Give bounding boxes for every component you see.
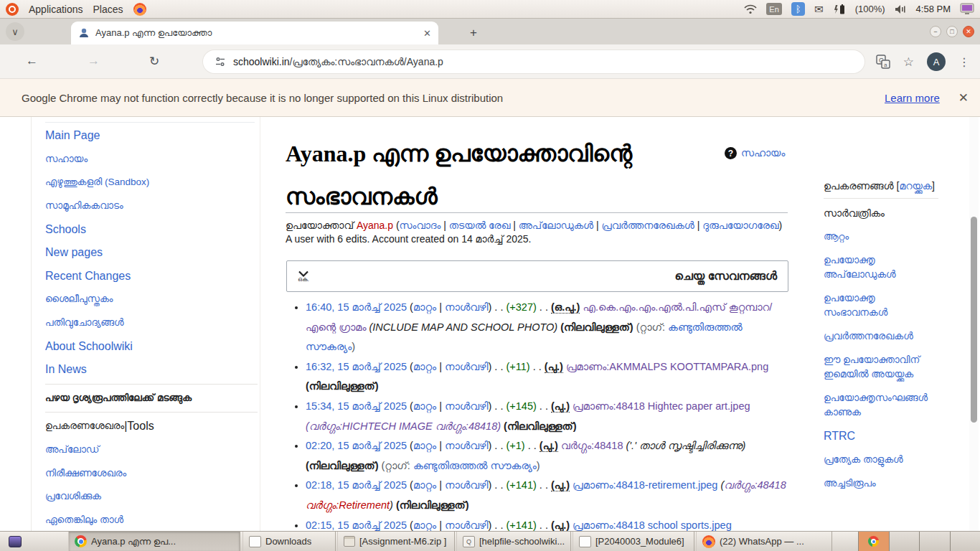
wiki-link[interactable]: നാൾവഴി [445, 440, 489, 451]
wiki-link[interactable]: മാറ്റം [413, 400, 436, 412]
wiki-link[interactable]: 16:32, 15 മാർച്ച് 2025 [306, 361, 407, 372]
help-question-icon[interactable]: ? [725, 147, 737, 159]
wiki-link[interactable]: 02:18, 15 മാർച്ച് 2025 [306, 479, 407, 491]
wiki-link[interactable]: നാൾവഴി [445, 479, 489, 491]
minimize-button[interactable]: − [930, 26, 941, 37]
wiki-link[interactable]: പ്രമാണം:AKMMALPS KOOTTAMPARA.png [566, 361, 768, 372]
wiki-link[interactable]: വർഗ്ഗം:48418 [724, 479, 786, 491]
battery-icon[interactable] [833, 4, 846, 15]
wiki-link[interactable]: കണ്ടുതിരുത്തൽ സൗകര്യം [413, 460, 537, 471]
sidebar-item[interactable]: New pages [45, 241, 258, 265]
infobar-close-icon[interactable]: ✕ [958, 90, 969, 105]
wiki-link[interactable]: തടയൽ രേഖ [449, 220, 511, 231]
tab-close-icon[interactable]: ✕ [423, 28, 431, 39]
wiki-link[interactable]: മാറ്റം [413, 440, 436, 451]
wiki-link[interactable]: 16:40, 15 മാർച്ച് 2025 [306, 301, 407, 313]
taskbar-item[interactable]: (22) WhatsApp — ... [696, 532, 832, 551]
sidebar-item[interactable]: About Schoolwiki [45, 334, 258, 358]
bluetooth-icon[interactable]: ᛒ [791, 2, 805, 16]
sidebar-item[interactable]: In News [45, 358, 258, 382]
workspace-cell[interactable] [919, 532, 950, 551]
applications-menu[interactable]: Applications [29, 4, 83, 15]
wiki-link[interactable]: 15:34, 15 മാർച്ച് 2025 [306, 400, 407, 412]
scrollbar-thumb[interactable] [971, 217, 977, 423]
help-link[interactable]: സഹായം [741, 147, 785, 159]
wiki-link[interactable]: നാൾവഴി [445, 301, 489, 313]
ubuntu-logo-icon[interactable] [6, 3, 19, 16]
sidebar-item[interactable]: Main Page [45, 124, 258, 148]
wiki-link[interactable]: പ്രമാണം:48418-retirement.jpeg [573, 479, 717, 491]
wiki-link[interactable]: Ayana.p [357, 220, 393, 231]
wiki-link[interactable]: മാറ്റം [413, 519, 436, 531]
sidebar-item[interactable]: സാമൂഹികകവാടം [45, 194, 258, 218]
tool-link[interactable]: ഉപയോക്തൃ സംഭാവനകൾ [824, 291, 938, 320]
tool-link[interactable]: RTRC [824, 429, 938, 443]
show-desktop-button[interactable] [4, 534, 27, 550]
places-menu[interactable]: Places [93, 4, 123, 15]
tool-link[interactable]: പ്രവർത്തനരേഖകൾ [824, 329, 938, 344]
workspace-cell[interactable] [950, 532, 980, 551]
maximize-button[interactable]: □ [946, 26, 958, 37]
workspace-cell[interactable] [858, 532, 889, 551]
page-scrollbar[interactable] [969, 117, 979, 531]
taskbar-item[interactable]: [Assignment-M6.zip ] [337, 532, 455, 551]
reload-icon[interactable]: ↻ [149, 54, 159, 69]
tool-link[interactable]: ആറ്റം [824, 230, 938, 244]
close-window-button[interactable]: ✕ [963, 26, 974, 37]
back-icon[interactable]: ← [26, 54, 38, 68]
tool-link[interactable]: അച്ചടിരൂപം [824, 476, 938, 491]
keyboard-layout-badge[interactable]: En [766, 3, 782, 15]
browser-tab[interactable]: Ayana.p എന്ന ഉപയോക്താ ✕ [71, 22, 438, 44]
volume-icon[interactable] [895, 4, 907, 14]
tool-link[interactable]: ഉപയോക്തൃസംഘങ്ങൾ കാണുക [824, 391, 938, 420]
sidebar-item[interactable]: എഴുത്തുകളരി (Sandbox) [45, 171, 258, 194]
site-settings-icon[interactable] [215, 56, 226, 67]
tool-link[interactable]: പ്രത്യേക താളുകൾ [824, 453, 938, 467]
mail-icon[interactable]: ✉ [814, 3, 824, 16]
wiki-link[interactable]: അപ്‌ലോഡുകൾ [519, 220, 593, 231]
wiki-link[interactable]: വർഗ്ഗം:Retirement [306, 499, 390, 511]
wiki-link[interactable]: നാൾവഴി [445, 361, 489, 372]
taskbar-item[interactable]: Downloads [242, 532, 336, 551]
tab-search-button[interactable]: ∨ [6, 22, 24, 41]
taskbar-item[interactable]: [P2040003_Module6] [573, 532, 694, 551]
clock[interactable]: 4:58 PM [916, 4, 951, 14]
sidebar-item[interactable]: നിരീക്ഷണശേഖരം [45, 461, 258, 485]
sidebar-item[interactable]: ഏതെങ്കിലും താൾ [45, 509, 258, 532]
sidebar-item[interactable]: അപ്‌ലോഡ് [45, 438, 258, 462]
wiki-link[interactable]: മാറ്റം [413, 361, 436, 372]
wifi-icon[interactable] [744, 4, 757, 14]
bookmark-star-icon[interactable]: ☆ [903, 55, 914, 70]
wiki-link[interactable]: 02:20, 15 മാർച്ച് 2025 [306, 440, 407, 451]
address-bar[interactable]: schoolwiki.in/പ്രത്യേകം:സംഭാവനകൾ/Ayana.p [203, 50, 864, 73]
wiki-link[interactable]: നാൾവഴി [445, 400, 489, 412]
wiki-link[interactable]: മാറ്റം [413, 301, 436, 313]
tool-link[interactable]: ഉപയോക്തൃ അപ്‌ലോഡുകൾ [824, 253, 938, 282]
learn-more-link[interactable]: Learn more [885, 92, 940, 104]
sidebar-item[interactable]: ശൈലീപുസ്തകം [45, 288, 258, 311]
sidebar-item[interactable]: പതിവുചോദ്യങ്ങൾ [45, 311, 258, 335]
display-icon[interactable] [960, 3, 974, 15]
taskbar-item[interactable]: Q[helpfile-schoolwiki... [456, 532, 571, 551]
workspace-cell[interactable] [889, 532, 920, 551]
tool-link[interactable]: ഈ ഉപയോക്താവിന് ഇമെയിൽ അയയ്ക്കുക [824, 353, 938, 382]
wiki-link[interactable]: മാറ്റം [413, 479, 436, 491]
wiki-link[interactable]: പ്രമാണം:48418 Hightec paper art.jpeg [573, 400, 750, 412]
tools-hide-link[interactable]: മറയ്ക്കുക [899, 180, 932, 192]
wiki-link[interactable]: പ്രമാണം:48418 school sports.jpeg [573, 519, 732, 531]
new-tab-button[interactable]: + [465, 24, 482, 42]
firefox-icon[interactable] [133, 3, 146, 16]
wiki-link[interactable]: വർഗ്ഗം:48418 [561, 440, 623, 451]
translate-icon[interactable]: Ga [876, 55, 890, 69]
wiki-link[interactable]: ദുരുപയോഗരേഖ [702, 220, 778, 231]
sidebar-item[interactable]: സഹായം [45, 148, 258, 171]
profile-avatar[interactable]: A [927, 52, 946, 71]
wiki-link[interactable]: നാൾവഴി [445, 519, 489, 531]
sidebar-item[interactable]: പ്രവേശിക്കുക [45, 485, 258, 509]
browser-menu-icon[interactable]: ⋮ [958, 55, 970, 69]
sidebar-item[interactable]: Recent Changes [45, 265, 258, 288]
wiki-link[interactable]: പ്രവർത്തനരേഖകൾ [602, 220, 694, 231]
wiki-link[interactable]: (വർഗ്ഗം:HICHTECH IMAGE വർഗ്ഗം:48418) [306, 420, 501, 432]
taskbar-item[interactable]: Ayana.p എന്ന ഉപ... [68, 532, 240, 551]
wiki-link[interactable]: സംവാദം [400, 220, 441, 231]
